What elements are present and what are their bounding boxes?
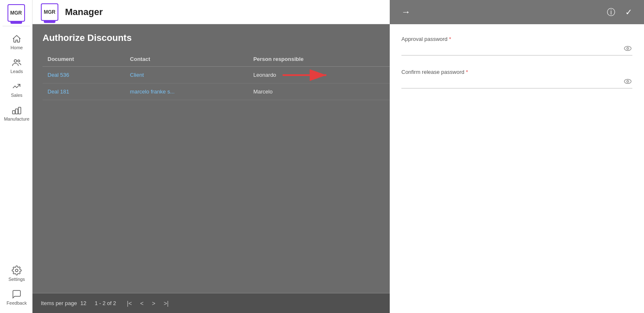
col-document: Document <box>43 52 125 67</box>
sidebar-item-sales[interactable]: Sales <box>0 77 32 101</box>
sidebar-item-label-feedback: Feedback <box>7 300 27 305</box>
confirm-password-input[interactable] <box>401 78 632 86</box>
svg-point-10 <box>624 79 631 83</box>
row1-contact[interactable]: Client <box>125 67 248 83</box>
items-per-page-label: Items per page <box>41 300 77 306</box>
panel-check-button[interactable]: ✓ <box>622 5 636 19</box>
right-panel: → ⓘ ✓ Approval password * <box>390 0 644 313</box>
svg-point-11 <box>627 81 629 83</box>
svg-point-9 <box>627 48 629 50</box>
svg-point-0 <box>14 60 17 62</box>
svg-rect-3 <box>15 109 18 114</box>
sidebar-item-label-settings: Settings <box>8 277 25 282</box>
approval-password-label: Approval password * <box>401 36 632 42</box>
sidebar-item-label-home: Home <box>10 45 23 50</box>
panel-info-button[interactable]: ⓘ <box>604 5 619 20</box>
pagination-prev[interactable]: < <box>138 298 146 308</box>
logo-bar <box>10 21 22 24</box>
logo-area: MGR <box>3 0 30 26</box>
manufacture-icon <box>12 105 22 115</box>
sidebar-item-label-leads: Leads <box>10 69 23 74</box>
approval-password-required: * <box>449 36 451 42</box>
logo-text: MGR <box>10 10 22 16</box>
sidebar-item-label-sales: Sales <box>11 93 23 98</box>
sidebar-item-home[interactable]: Home <box>0 30 32 53</box>
panel-header-left: → <box>398 5 414 19</box>
row2-person: Marcelo <box>248 83 385 100</box>
col-contact: Contact <box>125 52 248 67</box>
sidebar-item-leads[interactable]: Leads <box>0 53 32 77</box>
confirm-password-eye-button[interactable] <box>623 77 632 87</box>
panel-body: Approval password * Confirm release pass… <box>390 24 644 313</box>
panel-forward-button[interactable]: → <box>398 5 414 19</box>
sidebar-nav: Home Leads Sales Manufacture <box>0 26 32 261</box>
svg-point-1 <box>18 60 20 62</box>
panel-header: → ⓘ ✓ <box>390 0 644 24</box>
svg-point-8 <box>624 46 631 50</box>
sidebar-item-label-manufacture: Manufacture <box>4 116 29 121</box>
confirm-password-label-text: Confirm release password <box>401 69 464 75</box>
sales-icon <box>12 81 22 91</box>
header-logo-bar <box>44 20 55 23</box>
svg-rect-4 <box>18 107 21 114</box>
app-title: Manager <box>65 7 103 18</box>
confirm-eye-icon <box>623 77 632 86</box>
row1-document[interactable]: Deal 536 <box>43 67 125 83</box>
pagination-range: 1 - 2 of 2 <box>95 300 116 306</box>
approval-password-input[interactable] <box>401 45 632 53</box>
logo-box: MGR <box>8 4 25 22</box>
approval-password-eye-button[interactable] <box>623 44 632 54</box>
pagination-first[interactable]: |< <box>125 298 135 308</box>
sidebar-item-feedback[interactable]: Feedback <box>0 285 32 309</box>
header-logo-text: MGR <box>44 9 55 15</box>
pagination-next[interactable]: > <box>150 298 158 308</box>
sidebar-bottom: Settings Feedback <box>0 261 32 313</box>
confirm-password-required: * <box>466 69 468 75</box>
row2-document[interactable]: Deal 181 <box>43 83 125 100</box>
red-arrow <box>283 67 333 85</box>
approval-password-field: Approval password * <box>401 36 632 56</box>
confirm-password-input-wrap <box>401 78 632 88</box>
items-per-page-value: 12 <box>80 300 86 306</box>
row2-contact[interactable]: marcelo franke s... <box>125 83 248 100</box>
svg-point-5 <box>15 269 18 272</box>
approval-password-label-text: Approval password <box>401 36 448 42</box>
confirm-password-label: Confirm release password * <box>401 69 632 75</box>
settings-icon <box>12 265 22 275</box>
leads-icon <box>12 58 22 68</box>
pagination-last[interactable]: >| <box>161 298 171 308</box>
sidebar-item-manufacture[interactable]: Manufacture <box>0 101 32 125</box>
sidebar: MGR Home Leads Sales Manufacture Set <box>0 0 33 313</box>
eye-icon <box>623 44 632 53</box>
col-person-responsible: Person responsible <box>248 52 385 67</box>
panel-header-right: ⓘ ✓ <box>604 5 636 20</box>
sidebar-item-settings[interactable]: Settings <box>0 261 32 285</box>
confirm-password-field: Confirm release password * <box>401 69 632 88</box>
home-icon <box>12 34 22 44</box>
approval-password-input-wrap <box>401 45 632 56</box>
svg-rect-2 <box>13 111 15 114</box>
header-logo: MGR <box>41 3 58 21</box>
feedback-icon <box>12 289 22 299</box>
